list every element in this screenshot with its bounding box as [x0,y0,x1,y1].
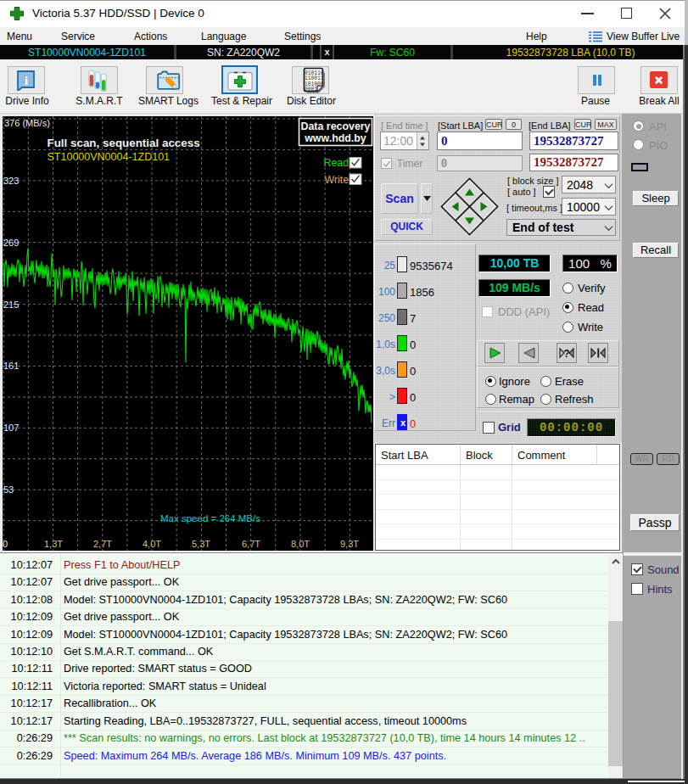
svg-text:8,0T: 8,0T [291,539,310,549]
svg-text:Write: Write [325,174,350,186]
svg-text:9,3T: 9,3T [340,539,359,549]
svg-text:215: 215 [3,300,19,310]
svg-text:Full scan, sequential access: Full scan, sequential access [48,137,200,149]
svg-text:Max speed = 264 MB/s: Max speed = 264 MB/s [160,513,260,524]
svg-text:0001: 0001 [305,87,317,92]
svg-text:Data recovery: Data recovery [301,120,371,132]
svg-text:1,3T: 1,3T [44,539,63,549]
svg-text:269: 269 [3,238,19,248]
svg-text:5,3T: 5,3T [192,539,210,549]
svg-text:0: 0 [3,539,8,549]
svg-text:6,7T: 6,7T [242,539,260,549]
svg-text:107: 107 [3,423,19,433]
svg-text:53: 53 [3,484,14,495]
svg-text:ST10000VN0004-1ZD101: ST10000VN0004-1ZD101 [48,151,171,163]
svg-text:161: 161 [3,361,19,371]
svg-text:376 (MB/s): 376 (MB/s) [4,118,50,128]
svg-text:Read: Read [324,157,350,169]
svg-text:www.hdd.by: www.hdd.by [304,132,366,144]
svg-text:?: ? [563,348,569,360]
svg-text:323: 323 [3,176,19,186]
svg-text:4,0T: 4,0T [143,539,161,549]
svg-text:i: i [25,74,28,87]
svg-text:2,7T: 2,7T [93,539,112,549]
